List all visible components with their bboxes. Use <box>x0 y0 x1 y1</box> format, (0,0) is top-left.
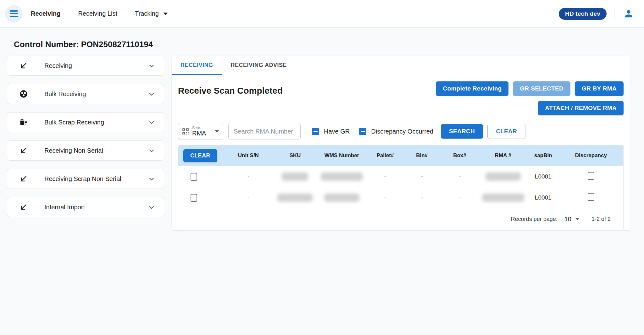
records-per-page-select[interactable]: 10 <box>564 216 580 223</box>
discrepancy-row-checkbox[interactable] <box>588 193 594 201</box>
dropdown-arrow-icon <box>575 218 580 220</box>
search-button[interactable]: SEARCH <box>441 124 483 139</box>
south-west-arrow-icon <box>19 174 28 183</box>
cell-unit-sn: - <box>225 194 272 201</box>
gr-by-rma-button[interactable]: GR BY RMA <box>575 81 624 96</box>
table-header-row: CLEAR Unit S/N SKU WMS Number Pallet# Bi… <box>178 145 623 166</box>
top-navbar: Receiving Receiving List Tracking HD tec… <box>0 0 644 28</box>
search-filters: Sear... RMA Have GR Discrepancy Occurred <box>178 123 624 140</box>
discrepancy-occurred-label: Discrepancy Occurred <box>371 128 433 135</box>
table-pagination: Records per page: 10 1-2 of 2 <box>178 208 623 230</box>
environment-badge: HD tech dev <box>559 8 607 20</box>
column-header-sku: SKU <box>272 152 319 159</box>
south-west-arrow-icon <box>19 61 28 70</box>
column-header-pallet: Pallet# <box>365 152 405 159</box>
gr-selected-button[interactable]: GR SELECTED <box>513 81 570 96</box>
have-gr-checkbox[interactable] <box>312 128 319 135</box>
panel-title: Receive Scan Completed <box>178 86 283 96</box>
chevron-down-icon <box>147 175 156 183</box>
cell-sku-redacted <box>272 173 319 181</box>
south-west-arrow-icon <box>19 203 28 211</box>
accordion-item-receiving[interactable]: Receiving <box>7 56 164 76</box>
nav-item-receiving-list[interactable]: Receiving List <box>78 10 117 17</box>
column-header-rma: RMA # <box>481 152 525 159</box>
cell-sapbin: L0001 <box>525 194 561 201</box>
nav-item-receiving[interactable]: Receiving <box>31 10 60 17</box>
chevron-down-icon <box>147 62 156 70</box>
accordion-item-bulk-scrap-receiving[interactable]: Bulk Scrap Receiving <box>7 112 164 132</box>
accordion-item-internal-import[interactable]: Internal Import <box>7 197 164 217</box>
column-header-discrepancy: Discrepancy <box>561 152 621 159</box>
accordion-item-label: Internal Import <box>44 204 85 211</box>
dropdown-arrow-icon <box>215 130 219 133</box>
accordion-item-receiving-non-serial[interactable]: Receiving Non Serial <box>7 140 164 161</box>
main-nav: Receiving Receiving List Tracking <box>31 10 168 17</box>
cell-pallet: - <box>365 173 405 180</box>
cell-wms-redacted <box>319 194 365 202</box>
row-select-checkbox[interactable] <box>191 173 197 181</box>
clear-filters-button[interactable]: CLEAR <box>487 124 525 139</box>
navbar-divider <box>614 8 614 20</box>
qr-code-icon <box>181 127 190 135</box>
discrepancy-occurred-checkbox-group[interactable]: Discrepancy Occurred <box>359 128 433 135</box>
cell-sku-redacted <box>272 194 319 202</box>
chevron-down-icon <box>147 90 156 98</box>
chevron-down-icon <box>147 203 156 211</box>
have-gr-checkbox-group[interactable]: Have GR <box>312 128 350 135</box>
cell-rma-redacted <box>481 194 525 202</box>
cell-rma-redacted <box>481 173 525 181</box>
tab-receiving-advise[interactable]: RECEIVING ADVISE <box>222 56 296 75</box>
nav-item-tracking-label: Tracking <box>135 10 159 17</box>
rma-search-input[interactable] <box>228 123 301 140</box>
group-work-icon <box>19 90 28 98</box>
accordion-item-receiving-scrap-non-serial[interactable]: Receiving Scrap Non Serial <box>7 169 164 189</box>
column-header-sapbin: sapBin <box>525 152 561 159</box>
column-header-unit-sn: Unit S/N <box>225 152 272 159</box>
receiving-panel: RECEIVING RECEIVING ADVISE Receive Scan … <box>172 56 630 230</box>
chevron-down-icon <box>147 118 156 126</box>
south-west-arrow-icon <box>19 146 28 155</box>
column-header-bin: Bin# <box>405 152 439 159</box>
complete-receiving-button[interactable]: Complete Receiving <box>436 81 508 96</box>
navbar-right: HD tech dev <box>559 7 635 20</box>
table-row: - - - - L0001 <box>178 187 623 208</box>
column-header-box: Box# <box>439 152 481 159</box>
hamburger-icon <box>10 10 18 17</box>
delete-sweep-icon <box>19 118 28 127</box>
clear-selection-button[interactable]: CLEAR <box>183 149 217 162</box>
chevron-down-icon <box>163 13 168 15</box>
cell-bin: - <box>405 194 439 201</box>
table-row: - - - - L0001 <box>178 166 623 187</box>
discrepancy-occurred-checkbox[interactable] <box>359 128 366 135</box>
discrepancy-row-checkbox[interactable] <box>588 172 594 180</box>
action-buttons: Complete Receiving GR SELECTED GR BY RMA… <box>436 81 624 115</box>
cell-box: - <box>439 173 481 180</box>
accordion-item-label: Receiving Scrap Non Serial <box>44 175 121 183</box>
search-type-select[interactable]: Sear... RMA <box>178 123 223 140</box>
tab-receiving[interactable]: RECEIVING <box>172 56 222 75</box>
nav-item-tracking[interactable]: Tracking <box>135 10 168 17</box>
cell-unit-sn: - <box>225 173 272 180</box>
results-table: CLEAR Unit S/N SKU WMS Number Pallet# Bi… <box>178 145 624 230</box>
user-account-button[interactable] <box>622 7 635 20</box>
cell-sapbin: L0001 <box>525 173 561 180</box>
cell-pallet: - <box>365 194 405 201</box>
row-select-checkbox[interactable] <box>191 194 197 202</box>
column-header-wms-number: WMS Number <box>319 152 365 159</box>
cell-bin: - <box>405 173 439 180</box>
accordion-item-bulk-receiving[interactable]: Bulk Receiving <box>7 84 164 104</box>
accordion-item-label: Receiving <box>44 62 72 69</box>
search-type-value: RMA <box>192 130 206 137</box>
accordion-item-label: Bulk Receiving <box>44 91 86 98</box>
attach-remove-rma-button[interactable]: ATTACH / REMOVE RMA <box>538 101 624 115</box>
tab-bar: RECEIVING RECEIVING ADVISE <box>172 56 630 75</box>
pagination-range: 1-2 of 2 <box>591 216 611 222</box>
have-gr-label: Have GR <box>324 128 350 135</box>
control-number-heading: Control Number: PON250827110194 <box>14 40 630 49</box>
records-per-page-label: Records per page: <box>511 216 558 222</box>
page-content: Control Number: PON250827110194 Receivin… <box>0 40 644 230</box>
hamburger-menu-button[interactable] <box>5 5 23 23</box>
cell-box: - <box>439 194 481 201</box>
accordion-item-label: Receiving Non Serial <box>44 147 103 154</box>
left-accordion-panel: Receiving Bulk Receiving Bulk Scrap Re <box>7 56 164 225</box>
